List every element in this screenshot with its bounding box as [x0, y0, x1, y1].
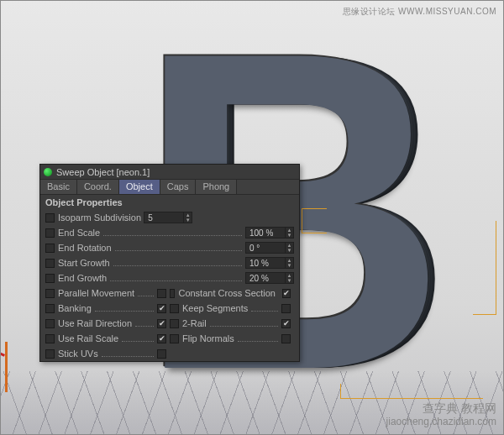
section-header: Object Properties [40, 195, 299, 210]
tab-caps[interactable]: Caps [160, 180, 197, 194]
enable-checkbox[interactable] [45, 349, 55, 359]
dots [210, 326, 278, 327]
spin-down-icon[interactable]: ▼ [286, 263, 293, 268]
enable-checkbox[interactable] [170, 319, 179, 328]
enable-checkbox[interactable] [170, 334, 179, 343]
property-row: End Rotation0 °▲▼ [40, 240, 299, 255]
dots [110, 280, 242, 281]
dots [115, 250, 242, 251]
tab-basic[interactable]: Basic [40, 180, 77, 194]
checkbox-row: Parallel MovementConstant Cross Section [40, 286, 299, 301]
enable-checkbox[interactable] [45, 213, 55, 223]
property-label: Flip Normals [182, 333, 234, 343]
dots [122, 341, 154, 342]
checkbox-row: Use Rail Direction2-Rail [40, 316, 299, 331]
enable-checkbox[interactable] [45, 228, 55, 238]
tab-coord[interactable]: Coord. [77, 180, 119, 194]
spinner[interactable]: ▲▼ [285, 258, 293, 268]
tab-phong[interactable]: Phong [196, 180, 237, 194]
enable-checkbox[interactable] [45, 289, 55, 298]
property-label: Stick UVs [58, 349, 98, 359]
property-label: Start Growth [58, 258, 110, 268]
number-input[interactable]: 5▲▼ [144, 212, 192, 223]
sweep-object-icon [44, 168, 52, 176]
axis-y-gizmo[interactable] [5, 342, 8, 392]
attribute-panel: Sweep Object [neon.1] Basic Coord. Objec… [39, 164, 300, 362]
value-checkbox[interactable] [157, 304, 166, 313]
property-row: End Scale100 %▲▼ [40, 225, 299, 240]
property-row: End Growth20 %▲▼ [40, 270, 299, 286]
property-label: Parallel Movement [58, 288, 134, 298]
number-input[interactable]: 10 %▲▼ [245, 257, 294, 269]
property-label: Isoparm Subdivision [58, 212, 141, 223]
number-input[interactable]: 100 %▲▼ [245, 227, 294, 238]
panel-tabs: Basic Coord. Object Caps Phong [40, 180, 299, 195]
selection-handle-mid[interactable] [302, 208, 327, 233]
spinner[interactable]: ▲▼ [285, 273, 293, 283]
checkbox-row: BankingKeep Segments [40, 301, 299, 316]
tab-object[interactable]: Object [119, 180, 160, 194]
enable-checkbox[interactable] [45, 334, 55, 343]
dots [102, 356, 154, 357]
property-label: Use Rail Scale [58, 333, 118, 343]
dots [95, 311, 154, 312]
property-row: Start Growth10 %▲▼ [40, 255, 299, 270]
enable-checkbox[interactable] [45, 304, 55, 313]
selection-handle-bottom[interactable] [340, 384, 483, 399]
spinner[interactable]: ▲▼ [183, 212, 192, 223]
property-label: End Scale [58, 228, 100, 238]
property-row: Isoparm Subdivision 5▲▼ [40, 210, 299, 225]
property-label: Keep Segments [182, 303, 248, 313]
spin-down-icon[interactable]: ▼ [286, 248, 293, 253]
enable-checkbox[interactable] [170, 304, 179, 313]
spin-down-icon[interactable]: ▼ [184, 218, 192, 223]
value-checkbox[interactable] [281, 319, 291, 328]
dots [113, 265, 242, 266]
number-value[interactable]: 20 % [246, 274, 285, 283]
value-checkbox[interactable] [157, 319, 166, 328]
value-checkbox[interactable] [282, 289, 291, 298]
enable-checkbox[interactable] [170, 289, 175, 298]
checkbox-row: Use Rail ScaleFlip Normals [40, 331, 299, 346]
spin-down-icon[interactable]: ▼ [286, 233, 293, 238]
checkbox-row: Stick UVs [40, 346, 299, 361]
spinner[interactable]: ▲▼ [285, 228, 293, 238]
panel-titlebar[interactable]: Sweep Object [neon.1] [40, 165, 299, 180]
number-value[interactable]: 10 % [246, 259, 285, 268]
dots [135, 326, 154, 327]
enable-checkbox[interactable] [45, 244, 55, 253]
number-input[interactable]: 0 °▲▼ [245, 242, 294, 254]
value-checkbox[interactable] [157, 334, 166, 343]
enable-checkbox[interactable] [45, 259, 55, 268]
enable-checkbox[interactable] [45, 274, 55, 283]
value-checkbox[interactable] [157, 349, 166, 359]
number-value[interactable]: 5 [144, 213, 183, 223]
dots [251, 311, 278, 312]
value-checkbox[interactable] [157, 289, 166, 298]
property-label: Use Rail Direction [58, 318, 132, 328]
panel-title: Sweep Object [neon.1] [56, 167, 150, 177]
value-checkbox[interactable] [281, 334, 291, 343]
number-value[interactable]: 100 % [246, 228, 285, 238]
dots [138, 296, 154, 296]
spin-down-icon[interactable]: ▼ [286, 278, 293, 283]
dots [238, 341, 278, 342]
selection-handle-right[interactable] [473, 221, 496, 315]
dots [103, 235, 242, 236]
property-label: Constant Cross Section [178, 288, 276, 298]
enable-checkbox[interactable] [45, 319, 55, 328]
property-label: End Rotation [58, 243, 112, 253]
property-label: End Growth [58, 273, 107, 283]
property-label: 2-Rail [182, 318, 207, 328]
property-label: Banking [58, 303, 92, 313]
spinner[interactable]: ▲▼ [285, 243, 293, 253]
value-checkbox[interactable] [281, 304, 291, 313]
number-input[interactable]: 20 %▲▼ [245, 272, 294, 284]
number-value[interactable]: 0 ° [246, 244, 285, 253]
